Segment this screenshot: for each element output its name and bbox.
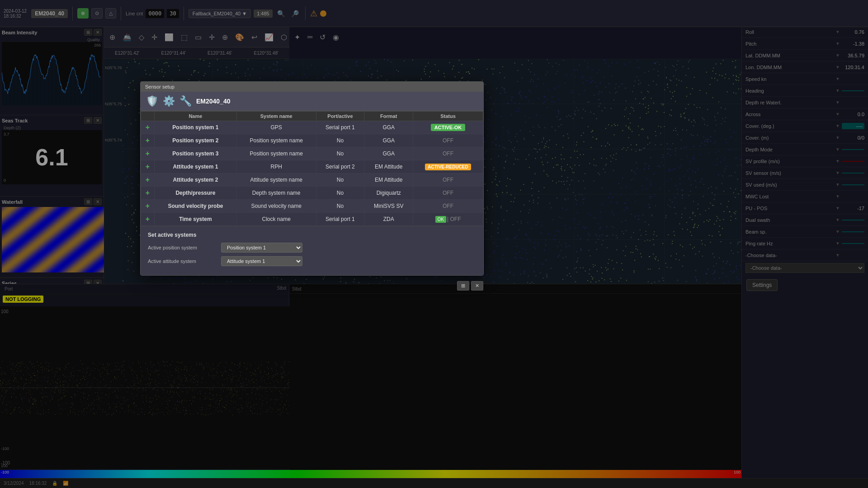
modal-title-bar: Sensor setup	[141, 82, 483, 92]
expand-modal-btn[interactable]: ⊞	[457, 281, 469, 291]
name-cell-6: Sound velocity probe	[155, 200, 237, 213]
status-cell-4[interactable]: OFF	[413, 174, 483, 187]
plus-cell-7[interactable]: +	[141, 213, 155, 226]
col-header-name: Name	[155, 112, 237, 121]
port-cell-6: No	[316, 200, 364, 213]
port-cell-5: No	[316, 187, 364, 200]
status-cell-0[interactable]: ACTIVE-OK	[413, 121, 483, 134]
status-cell-1[interactable]: OFF	[413, 134, 483, 147]
sysname-cell-4: Attitude system name	[236, 174, 316, 187]
status-cell-2[interactable]: OFF	[413, 147, 483, 160]
port-cell-3: Serial port 2	[316, 160, 364, 174]
attitude-label: Active attitude system	[148, 258, 216, 264]
footer-title: Set active systems	[148, 232, 476, 238]
name-cell-7: Time system	[155, 213, 237, 226]
sensor-table: Name System name Port/active Format Stat…	[141, 111, 483, 226]
shield-icon: 🛡️	[146, 95, 158, 107]
name-cell-0: Position system 1	[155, 121, 237, 134]
status-cell-5[interactable]: OFF	[413, 187, 483, 200]
status-cell-3[interactable]: ACTIVE-REDUCED	[413, 160, 483, 174]
sensor-row-4: +Attitude system 2Attitude system nameNo…	[141, 174, 483, 187]
modal-table-container: Name System name Port/active Format Stat…	[141, 111, 483, 226]
format-cell-3: EM Attitude	[364, 160, 413, 174]
plus-cell-4[interactable]: +	[141, 174, 155, 187]
status-cell-6[interactable]: OFF	[413, 200, 483, 213]
sysname-cell-3: RPH	[236, 160, 316, 174]
plus-cell-3[interactable]: +	[141, 160, 155, 174]
format-cell-1: GGA	[364, 134, 413, 147]
sysname-cell-6: Sound velocity name	[236, 200, 316, 213]
position-row: Active position system Position system 1	[148, 243, 476, 253]
col-header-0	[141, 112, 155, 121]
port-cell-0: Serial port 1	[316, 121, 364, 134]
plus-cell-2[interactable]: +	[141, 147, 155, 160]
sensor-row-1: +Position system 2Position system nameNo…	[141, 134, 483, 147]
col-header-port: Port/active	[316, 112, 364, 121]
sensor-tbody: +Position system 1GPSSerial port 1GGAACT…	[141, 121, 483, 226]
plus-cell-5[interactable]: +	[141, 187, 155, 200]
format-cell-7: ZDA	[364, 213, 413, 226]
modal-sonar-name: EM2040_40	[196, 98, 231, 105]
port-cell-2: No	[316, 147, 364, 160]
format-cell-0: GGA	[364, 121, 413, 134]
gear-icon: ⚙️	[163, 95, 175, 107]
name-cell-2: Position system 3	[155, 147, 237, 160]
sensor-row-3: +Attitude system 1RPHSerial port 2EM Att…	[141, 160, 483, 174]
sensor-row-6: +Sound velocity probeSound velocity name…	[141, 200, 483, 213]
col-header-format: Format	[364, 112, 413, 121]
attitude-row: Active attitude system Attitude system 1	[148, 256, 476, 266]
position-label: Active position system	[148, 245, 216, 250]
sysname-cell-5: Depth system name	[236, 187, 316, 200]
sensor-row-7: +Time systemClock nameSerial port 1ZDAOK…	[141, 213, 483, 226]
sysname-cell-1: Position system name	[236, 134, 316, 147]
sensor-row-2: +Position system 3Position system nameNo…	[141, 147, 483, 160]
sensor-row-0: +Position system 1GPSSerial port 1GGAACT…	[141, 121, 483, 134]
sysname-cell-0: GPS	[236, 121, 316, 134]
plus-cell-1[interactable]: +	[141, 134, 155, 147]
col-header-status: Status	[413, 112, 483, 121]
port-cell-1: No	[316, 134, 364, 147]
plus-cell-6[interactable]: +	[141, 200, 155, 213]
modal-bottom-btns: ⊞ ✕	[457, 281, 483, 291]
modal-title-text: Sensor setup	[145, 84, 175, 89]
plus-cell-0[interactable]: +	[141, 121, 155, 134]
sysname-cell-2: Position system name	[236, 147, 316, 160]
name-cell-3: Attitude system 1	[155, 160, 237, 174]
attitude-select[interactable]: Attitude system 1	[221, 256, 302, 266]
format-cell-6: MiniSVS SV	[364, 200, 413, 213]
format-cell-4: EM Attitude	[364, 174, 413, 187]
wrench-icon: 🔧	[179, 95, 192, 107]
modal-footer: Set active systems Active position syste…	[141, 226, 483, 275]
port-cell-4: No	[316, 174, 364, 187]
format-cell-5: Digiquartz	[364, 187, 413, 200]
name-cell-1: Position system 2	[155, 134, 237, 147]
status-cell-7[interactable]: OK| OFF	[413, 213, 483, 226]
name-cell-4: Attitude system 2	[155, 174, 237, 187]
sysname-cell-7: Clock name	[236, 213, 316, 226]
sensor-modal: Sensor setup 🛡️ ⚙️ 🔧 EM2040_40 Name Syst…	[140, 81, 484, 276]
name-cell-5: Depth/pressure	[155, 187, 237, 200]
close-modal-btn[interactable]: ✕	[471, 281, 483, 291]
col-header-sysname: System name	[236, 112, 316, 121]
modal-header: 🛡️ ⚙️ 🔧 EM2040_40	[141, 92, 483, 111]
position-select[interactable]: Position system 1	[221, 243, 302, 253]
format-cell-2: GGA	[364, 147, 413, 160]
sensor-row-5: +Depth/pressureDepth system nameNoDigiqu…	[141, 187, 483, 200]
port-cell-7: Serial port 1	[316, 213, 364, 226]
